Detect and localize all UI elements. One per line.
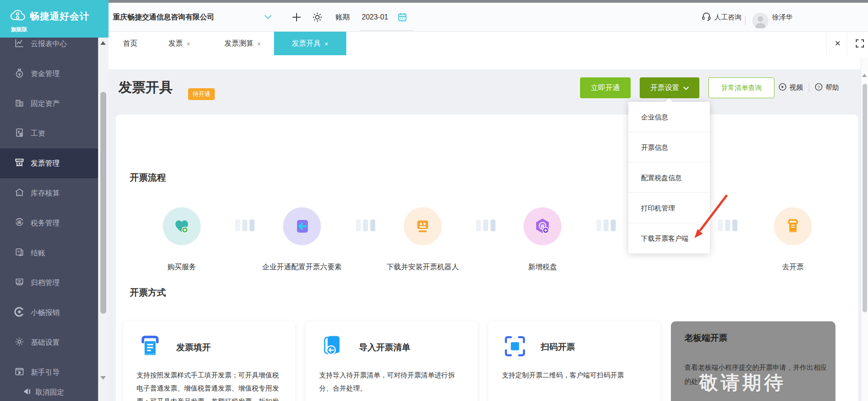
purple-doc-arrow-icon [283, 207, 321, 245]
tab-invoice-issue[interactable]: 发票开具× [274, 32, 346, 55]
flow-section-title: 开票流程 [130, 172, 166, 184]
scroll-up-icon[interactable] [100, 41, 106, 45]
content-panel: 开票流程 开票方式 购买服务 企业开通配置开票六要素 下载并安装开票机器人 [116, 115, 858, 401]
warehouse-icon [14, 187, 24, 199]
company-name[interactable]: 重庆畅捷交通信息咨询有限公司 [113, 3, 214, 32]
chevron-down-icon[interactable] [264, 3, 272, 32]
flow-step-label: 去开票 [739, 263, 847, 272]
tab-close-icon[interactable]: × [257, 40, 261, 48]
blue-scan-code-icon [502, 333, 528, 361]
flow-step-label: 企业开通配置开票六要素 [248, 263, 356, 272]
sidebar-item-fixed-assets[interactable]: 固定资产 [0, 89, 98, 119]
sidebar-item-closing[interactable]: 结账 [0, 238, 98, 268]
sidebar-scrollbar-thumb[interactable] [100, 92, 106, 314]
sidebar-item-payroll[interactable]: 工资 [0, 119, 98, 148]
sidebar-item-archive[interactable]: 归档管理 [0, 268, 98, 298]
card-description: 支持按照发票样式手工填开发票；可开具增值税电子普通发票、增值税普通发票、增值税专… [137, 368, 282, 401]
abnormal-list-query-button[interactable]: 异常清单查询 [708, 77, 774, 98]
unpin-icon [23, 387, 32, 398]
activate-now-button[interactable]: 立即开通 [580, 77, 631, 98]
fullscreen-icon[interactable] [850, 32, 868, 55]
method-card-scan-code[interactable]: 扫码开票 支持定制开票二维码，客户端可扫码开票 开票码管理 查看申请 [488, 321, 660, 401]
card-description: 支持导入待开票清单，可对待开票清单进行拆分、合并处理。 [319, 368, 465, 395]
calendar-icon[interactable] [398, 3, 407, 32]
invoice-settings-button[interactable]: 开票设置 [640, 77, 699, 98]
sidebar-item-reimburse[interactable]: 小畅报销 [0, 298, 98, 328]
tab-close-icon[interactable]: × [187, 40, 191, 48]
svg-text:?: ? [817, 85, 820, 90]
sidebar-item-funds[interactable]: 资金管理 [0, 59, 98, 89]
main-scrollbar-thumb[interactable] [863, 84, 867, 312]
menu-item-invoicing-info[interactable]: 开票信息 [628, 132, 710, 162]
sidebar-scrollbar[interactable] [98, 38, 108, 401]
coming-soon-watermark: 敬请期待 [699, 370, 786, 396]
blue-invoice-printer-icon [137, 333, 164, 362]
heart-plus-icon [163, 207, 201, 245]
sidebar: 云报表中心 资金管理 固定资产 工资 发票管理 库存核算 税 税务管理 结账 归… [0, 32, 98, 401]
tax-disk-plus-icon: 税 [524, 207, 561, 245]
tabbar-separator [826, 32, 827, 55]
tab-home[interactable]: 首页 [117, 32, 144, 55]
card-title: 扫码开票 [541, 341, 575, 353]
archive-tray-icon [14, 277, 24, 289]
red-annotation-arrow [691, 192, 732, 242]
card-title: 老板端开票 [684, 332, 727, 344]
chevron-down-icon [683, 84, 689, 92]
method-card-invoice-fill[interactable]: 发票填开 支持按照发票样式手工填开发票；可开具增值税电子普通发票、增值税普通发票… [123, 321, 295, 401]
sidebar-item-invoice[interactable]: 发票管理 [0, 148, 98, 178]
gear-icon [14, 337, 24, 348]
flow-step-label: 购买服务 [127, 263, 236, 272]
orange-printer-icon [774, 207, 812, 245]
scroll-down-icon[interactable] [100, 376, 106, 380]
sidebar-unpin-button[interactable]: 取消固定 [23, 384, 64, 401]
gear-icon[interactable] [312, 3, 323, 32]
money-bag-icon [14, 68, 24, 80]
flow-step-add-tax-disk: 税 新增税盘 [488, 207, 597, 272]
sidebar-item-inventory[interactable]: 库存核算 [0, 178, 98, 208]
payroll-doc-icon [14, 128, 24, 139]
flow-step-enterprise-config: 企业开通配置开票六要素 [248, 207, 356, 272]
cloud-logo-icon [10, 9, 26, 24]
scroll-up-icon[interactable] [862, 74, 867, 77]
tab-bar: 首页 发票× 发票测算× 发票开具× × [108, 32, 868, 69]
flow-step-go-invoice: 去开票 [739, 207, 847, 272]
menu-item-tax-disk-config[interactable]: 配置税盘信息 [628, 162, 710, 193]
method-card-import-list[interactable]: 导入开票清单 支持导入待开票清单，可对待开票清单进行拆分、合并处理。 导入清单 [306, 321, 478, 401]
menu-item-enterprise-info[interactable]: 企业信息 [628, 102, 710, 132]
card-title: 发票填开 [176, 342, 211, 353]
tabbar-separator [847, 32, 847, 55]
play-circle-icon [778, 83, 787, 92]
period-value[interactable]: 2023-01 [362, 3, 388, 32]
add-account-icon[interactable] [292, 3, 302, 32]
close-all-tabs-button[interactable]: × [829, 32, 846, 55]
card-description: 支持定制开票二维码，客户端可扫码开票 [502, 368, 647, 382]
flow-step-label: 下载并安装开票机器人 [368, 263, 477, 272]
page-title: 发票开具 [118, 78, 173, 97]
app-edition: 旗舰版 [11, 26, 27, 33]
guide-video-icon [14, 367, 24, 378]
tab-invoice-calc[interactable]: 发票测算× [215, 32, 270, 55]
app-logo: 畅捷通好会计 旗舰版 [0, 0, 108, 38]
username[interactable]: 徐泽华 [772, 3, 793, 32]
support-label: 人工咨询 [714, 13, 741, 22]
sidebar-item-guide[interactable]: 新手引导 [0, 358, 98, 387]
checkout-cards-icon [14, 247, 24, 259]
support-link[interactable]: 人工咨询 [702, 3, 741, 32]
video-link[interactable]: 视频 [778, 83, 803, 92]
flow-step-buy-service: 购买服务 [127, 207, 236, 272]
status-badge: 待开通 [188, 88, 215, 100]
robot-invoice-icon [404, 207, 442, 245]
link-divider [809, 84, 809, 92]
chart-line-icon [14, 38, 24, 50]
tab-close-icon[interactable]: × [325, 40, 329, 48]
tab-invoice[interactable]: 发票× [159, 32, 200, 55]
help-link[interactable]: ? 帮助 [815, 83, 839, 92]
question-circle-icon: ? [815, 83, 823, 92]
sidebar-item-settings[interactable]: 基础设置 [0, 328, 98, 358]
sidebar-item-tax[interactable]: 税 税务管理 [0, 208, 98, 238]
main-content: 发票开具 待开通 立即开通 开票设置 异常清单查询 视频 ? 帮助 开票流程 开… [108, 69, 861, 401]
topbar: 重庆畅捷交通信息咨询有限公司 账期 2023-01 人工咨询 徐泽华 [0, 3, 868, 32]
main-scrollbar[interactable] [861, 57, 868, 401]
avatar[interactable] [752, 13, 769, 29]
period-label: 账期 [335, 3, 350, 32]
